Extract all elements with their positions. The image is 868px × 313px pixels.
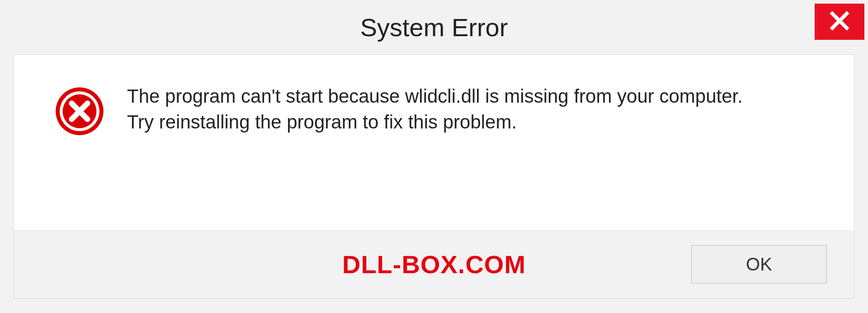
- ok-button[interactable]: OK: [691, 245, 827, 284]
- error-icon: [55, 86, 104, 136]
- dialog-footer: DLL-BOX.COM OK: [14, 230, 854, 298]
- dialog-frame: The program can't start because wlidcli.…: [14, 54, 854, 299]
- error-message: The program can't start because wlidcli.…: [127, 82, 743, 135]
- close-button[interactable]: [815, 4, 864, 40]
- window-title: System Error: [360, 13, 508, 42]
- title-bar: System Error: [0, 0, 868, 54]
- error-message-line-1: The program can't start because wlidcli.…: [127, 84, 743, 109]
- error-message-line-2: Try reinstalling the program to fix this…: [127, 109, 743, 135]
- brand-watermark: DLL-BOX.COM: [342, 250, 526, 279]
- close-icon: [829, 10, 850, 33]
- dialog-body: The program can't start because wlidcli.…: [14, 55, 854, 230]
